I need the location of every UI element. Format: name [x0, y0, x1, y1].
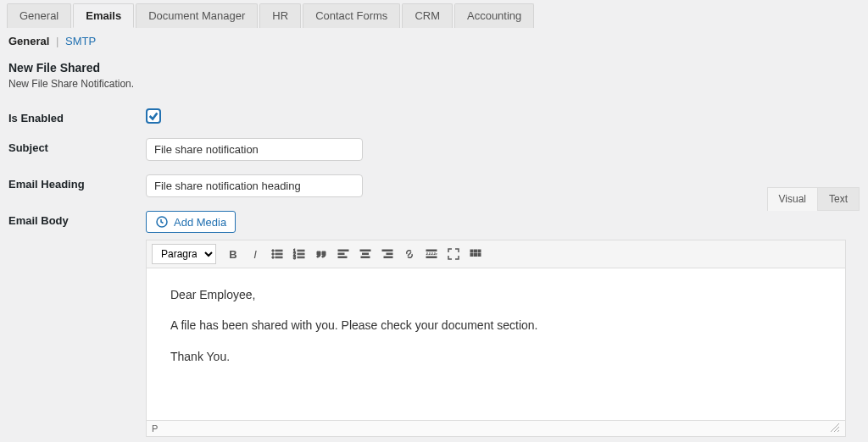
- svg-point-1: [272, 250, 274, 251]
- svg-rect-15: [338, 257, 347, 258]
- fullscreen-button[interactable]: [443, 244, 464, 264]
- input-subject[interactable]: [146, 138, 363, 161]
- resize-handle[interactable]: [830, 423, 840, 434]
- fullscreen-icon: [447, 247, 460, 261]
- svg-rect-20: [387, 253, 392, 255]
- align-center-button[interactable]: [355, 244, 376, 264]
- svg-rect-22: [426, 250, 437, 251]
- svg-rect-30: [478, 254, 481, 257]
- tab-hr[interactable]: HR: [259, 3, 301, 28]
- label-heading: Email Heading: [8, 174, 146, 191]
- bullet-list-button[interactable]: [267, 244, 287, 264]
- svg-point-3: [272, 253, 274, 255]
- svg-rect-10: [298, 253, 304, 255]
- section-description: New File Share Notification.: [0, 78, 868, 102]
- svg-rect-21: [384, 257, 392, 258]
- read-more-icon: [425, 247, 438, 261]
- body-paragraph: Thank You.: [170, 347, 821, 366]
- editor-tab-visual[interactable]: Visual: [767, 187, 818, 211]
- svg-rect-18: [361, 257, 370, 258]
- link-icon: [403, 247, 416, 261]
- svg-rect-14: [338, 253, 344, 255]
- insert-more-button[interactable]: [421, 244, 442, 264]
- svg-rect-28: [470, 254, 473, 257]
- kitchen-sink-icon: [469, 247, 482, 261]
- subtab-general[interactable]: General: [8, 35, 49, 47]
- align-center-icon: [359, 247, 372, 261]
- body-paragraph: A file has been shared with you. Please …: [170, 316, 821, 334]
- svg-rect-2: [275, 250, 282, 251]
- bullet-list-icon: [270, 247, 284, 261]
- checkbox-enabled[interactable]: [146, 108, 161, 124]
- svg-rect-26: [475, 250, 477, 252]
- tab-emails[interactable]: Emails: [73, 3, 134, 28]
- check-icon: [147, 110, 159, 122]
- svg-rect-27: [478, 250, 481, 252]
- align-right-button[interactable]: [377, 244, 398, 264]
- editor-status-bar: P: [146, 421, 846, 437]
- tab-crm[interactable]: CRM: [402, 3, 453, 28]
- align-left-button[interactable]: [333, 244, 353, 264]
- row-subject: Subject: [0, 131, 868, 168]
- tab-document-manager[interactable]: Document Manager: [136, 3, 258, 28]
- tab-contact-forms[interactable]: Contact Forms: [303, 3, 400, 28]
- svg-rect-12: [298, 257, 304, 258]
- toolbar-toggle-button[interactable]: [465, 244, 486, 264]
- row-heading: Email Heading: [0, 168, 868, 204]
- add-media-label: Add Media: [174, 216, 226, 229]
- label-enabled: Is Enabled: [8, 108, 146, 124]
- editor-tab-text[interactable]: Text: [818, 187, 860, 211]
- svg-rect-29: [475, 254, 477, 257]
- format-select[interactable]: Paragraph: [152, 244, 216, 264]
- section-title: New File Shared: [0, 49, 868, 78]
- align-left-icon: [337, 247, 350, 261]
- subtab-separator: |: [56, 35, 58, 47]
- svg-rect-17: [363, 253, 369, 255]
- subtab-smtp[interactable]: SMTP: [65, 35, 96, 47]
- row-body: Email Body Add Media Visual Text Paragra…: [0, 204, 868, 442]
- label-subject: Subject: [8, 138, 146, 154]
- input-heading[interactable]: [146, 174, 363, 197]
- svg-rect-23: [426, 253, 437, 255]
- svg-rect-13: [338, 250, 348, 251]
- tab-general[interactable]: General: [7, 3, 71, 28]
- add-media-button[interactable]: Add Media: [146, 211, 236, 233]
- svg-rect-25: [470, 250, 473, 252]
- media-icon: [155, 215, 169, 229]
- editor-mode-tabs: Visual Text: [767, 187, 860, 211]
- tab-accounting[interactable]: Accounting: [454, 3, 534, 28]
- label-body: Email Body: [8, 211, 146, 227]
- italic-button[interactable]: I: [245, 244, 265, 264]
- quote-icon: [314, 247, 328, 261]
- sub-tabs: General | SMTP: [0, 28, 868, 49]
- row-enabled: Is Enabled: [0, 102, 868, 131]
- resize-icon: [830, 423, 840, 433]
- numbered-list-button[interactable]: 123: [289, 244, 309, 264]
- svg-rect-16: [360, 250, 370, 251]
- bold-button[interactable]: B: [223, 244, 243, 264]
- svg-text:3: 3: [293, 255, 296, 260]
- link-button[interactable]: [399, 244, 420, 264]
- svg-rect-19: [382, 250, 392, 251]
- svg-rect-24: [426, 257, 437, 258]
- svg-point-5: [272, 257, 274, 258]
- element-path[interactable]: P: [152, 423, 158, 434]
- main-tabs: General Emails Document Manager HR Conta…: [0, 0, 868, 28]
- numbered-list-icon: 123: [292, 247, 306, 261]
- svg-rect-6: [275, 257, 282, 258]
- svg-rect-8: [298, 250, 304, 251]
- body-paragraph: Dear Employee,: [170, 285, 821, 304]
- blockquote-button[interactable]: [311, 244, 331, 264]
- editor-body[interactable]: Dear Employee, A file has been shared wi…: [146, 268, 846, 421]
- editor-toolbar: Paragraph B I 123: [146, 240, 846, 268]
- svg-rect-4: [275, 253, 282, 255]
- align-right-icon: [381, 247, 394, 261]
